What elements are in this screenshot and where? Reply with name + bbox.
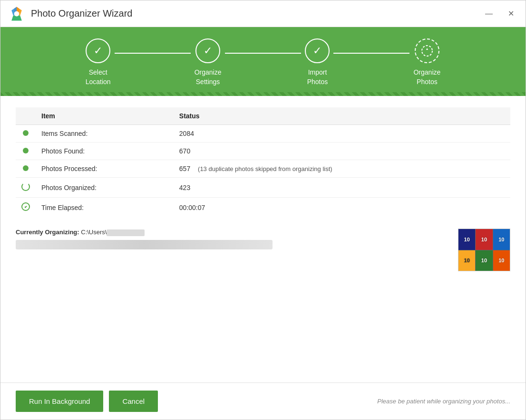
col-item-header: Item bbox=[36, 107, 174, 125]
col-status-header: Status bbox=[174, 107, 510, 125]
spinner-icon bbox=[21, 182, 30, 191]
row2-label: Photos Found: bbox=[36, 143, 174, 160]
jersey-2: 10 bbox=[476, 229, 492, 250]
connector-2 bbox=[225, 53, 301, 54]
jersey-5: 10 bbox=[476, 250, 492, 271]
row4-value: 423 bbox=[174, 178, 510, 198]
row5-label: Time Elapsed: bbox=[36, 198, 174, 218]
step-organize-settings: ✓ OrganizeSettings bbox=[195, 38, 222, 86]
jersey-1: 10 bbox=[458, 229, 475, 250]
table-row: Photos Organized: 423 bbox=[16, 178, 510, 198]
clock-icon bbox=[21, 202, 30, 211]
step-organize-photos: OrganizePhotos bbox=[413, 38, 440, 86]
row4-icon bbox=[16, 178, 36, 198]
organizing-path: C:\Users\ bbox=[81, 229, 145, 236]
app-title: Photo Organizer Wizard bbox=[31, 8, 481, 19]
jersey-grid: 10 10 10 10 10 10 bbox=[458, 229, 510, 271]
cancel-button[interactable]: Cancel bbox=[109, 391, 158, 412]
step4-circle bbox=[415, 38, 439, 63]
organizing-info: Currently Organizing: C:\Users\ bbox=[16, 229, 448, 249]
path-blurred bbox=[16, 240, 273, 249]
row4-label: Photos Organized: bbox=[36, 178, 174, 198]
row5-icon bbox=[16, 198, 36, 218]
row2-value: 670 bbox=[174, 143, 510, 160]
footer: Run In Background Cancel Please be patie… bbox=[0, 382, 526, 420]
step2-circle: ✓ bbox=[195, 38, 220, 63]
minimize-button[interactable]: — bbox=[481, 8, 497, 19]
table-row: Time Elapsed: 00:00:07 bbox=[16, 198, 510, 218]
row3-note: (13 duplicate photos skipped from organi… bbox=[198, 165, 332, 172]
step2-label: OrganizeSettings bbox=[195, 68, 222, 86]
status-table: Item Status Items Scanned: 2084 Photos F… bbox=[16, 107, 510, 217]
table-row: Photos Processed: 657 (13 duplicate phot… bbox=[16, 160, 510, 178]
row1-value: 2084 bbox=[174, 125, 510, 143]
main-window: Photo Organizer Wizard — ✕ ✓ SelectLocat… bbox=[0, 0, 526, 420]
svg-point-1 bbox=[14, 11, 19, 16]
step3-label: ImportPhotos bbox=[307, 68, 328, 86]
step3-circle: ✓ bbox=[305, 38, 330, 63]
titlebar: Photo Organizer Wizard — ✕ bbox=[0, 0, 526, 27]
col-icon-header bbox=[16, 107, 36, 125]
footer-message: Please be patient while organizing your … bbox=[377, 398, 510, 405]
photo-thumbnail: 10 10 10 10 10 10 bbox=[458, 229, 510, 271]
table-row: Items Scanned: 2084 bbox=[16, 125, 510, 143]
jersey-3: 10 bbox=[493, 229, 510, 250]
row1-icon bbox=[16, 125, 36, 143]
row5-value: 00:00:07 bbox=[174, 198, 510, 218]
app-logo bbox=[8, 5, 25, 22]
row3-label: Photos Processed: bbox=[36, 160, 174, 178]
step4-label: OrganizePhotos bbox=[413, 68, 440, 86]
step1-circle: ✓ bbox=[86, 38, 110, 63]
wizard-steps-bar: ✓ SelectLocation ✓ OrganizeSettings ✓ Im… bbox=[0, 27, 526, 96]
step-select-location: ✓ SelectLocation bbox=[86, 38, 111, 86]
run-in-background-button[interactable]: Run In Background bbox=[16, 391, 103, 412]
row3-value: 657 (13 duplicate photos skipped from or… bbox=[174, 160, 510, 178]
jersey-6: 10 bbox=[493, 250, 510, 271]
main-content: Item Status Items Scanned: 2084 Photos F… bbox=[0, 96, 526, 382]
close-button[interactable]: ✕ bbox=[504, 8, 518, 19]
window-controls: — ✕ bbox=[481, 8, 518, 19]
row3-icon bbox=[16, 160, 36, 178]
connector-3 bbox=[333, 53, 409, 54]
step1-label: SelectLocation bbox=[86, 68, 111, 86]
connector-1 bbox=[115, 53, 191, 54]
row1-label: Items Scanned: bbox=[36, 125, 174, 143]
step-import-photos: ✓ ImportPhotos bbox=[305, 38, 330, 86]
currently-organizing-section: Currently Organizing: C:\Users\ 10 10 10 bbox=[16, 229, 510, 271]
jersey-4: 10 bbox=[458, 250, 475, 271]
row2-icon bbox=[16, 143, 36, 160]
organizing-label: Currently Organizing: C:\Users\ bbox=[16, 229, 448, 236]
table-row: Photos Found: 670 bbox=[16, 143, 510, 160]
svg-point-2 bbox=[422, 46, 432, 56]
